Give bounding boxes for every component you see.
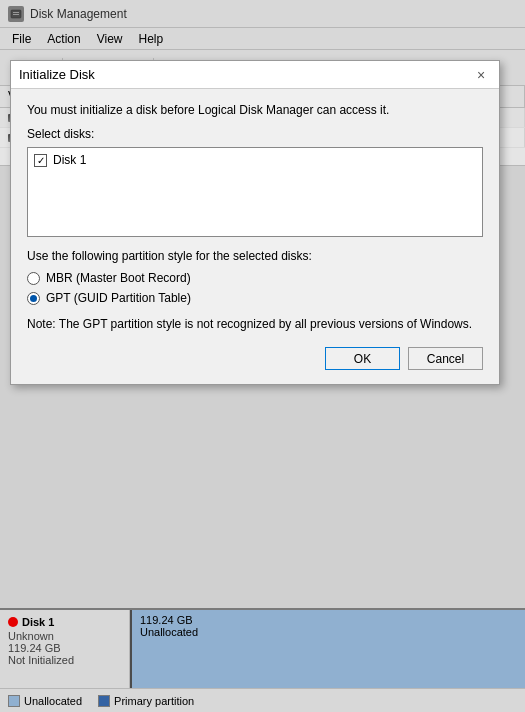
- dialog-overlay: Initialize Disk × You must initialize a …: [0, 0, 525, 712]
- ok-button[interactable]: OK: [325, 347, 400, 370]
- disk1-checkbox[interactable]: [34, 154, 47, 167]
- gpt-radio[interactable]: [27, 292, 40, 305]
- disk1-label: Disk 1: [53, 153, 86, 167]
- gpt-label: GPT (GUID Partition Table): [46, 291, 191, 305]
- dialog-title-bar: Initialize Disk ×: [11, 61, 499, 89]
- mbr-radio[interactable]: [27, 272, 40, 285]
- dialog-description: You must initialize a disk before Logica…: [27, 103, 483, 117]
- dialog-note: Note: The GPT partition style is not rec…: [27, 315, 483, 333]
- initialize-disk-dialog: Initialize Disk × You must initialize a …: [10, 60, 500, 385]
- mbr-radio-item[interactable]: MBR (Master Boot Record): [27, 271, 483, 285]
- dialog-title: Initialize Disk: [19, 67, 95, 82]
- disk-list-item[interactable]: Disk 1: [30, 150, 480, 170]
- gpt-radio-item[interactable]: GPT (GUID Partition Table): [27, 291, 483, 305]
- select-disks-label: Select disks:: [27, 127, 483, 141]
- dialog-buttons: OK Cancel: [27, 347, 483, 374]
- disk-list-box[interactable]: Disk 1: [27, 147, 483, 237]
- cancel-button[interactable]: Cancel: [408, 347, 483, 370]
- partition-radio-group: MBR (Master Boot Record) GPT (GUID Parti…: [27, 271, 483, 305]
- mbr-label: MBR (Master Boot Record): [46, 271, 191, 285]
- partition-style-label: Use the following partition style for th…: [27, 249, 483, 263]
- dialog-body: You must initialize a disk before Logica…: [11, 89, 499, 384]
- dialog-close-button[interactable]: ×: [471, 65, 491, 85]
